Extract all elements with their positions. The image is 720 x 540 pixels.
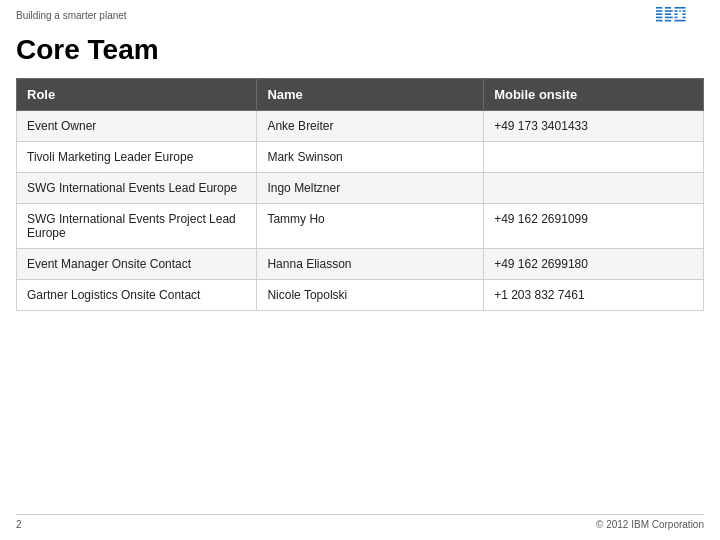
page-title: Core Team — [0, 26, 720, 78]
cell-role: Tivoli Marketing Leader Europe — [17, 142, 257, 173]
svg-rect-15 — [682, 13, 685, 15]
svg-rect-8 — [665, 17, 673, 19]
col-name: Name — [257, 79, 484, 111]
svg-rect-0 — [656, 7, 662, 9]
cell-mobile — [484, 142, 704, 173]
svg-rect-3 — [656, 17, 662, 19]
cell-mobile: +49 162 2699180 — [484, 249, 704, 280]
svg-rect-16 — [674, 17, 677, 19]
svg-rect-17 — [682, 17, 685, 19]
table-row: Event OwnerAnke Breiter+49 173 3401433 — [17, 111, 704, 142]
cell-mobile: +49 162 2691099 — [484, 204, 704, 249]
cell-mobile: +1 203 832 7461 — [484, 280, 704, 311]
core-team-table: Role Name Mobile onsite Event OwnerAnke … — [16, 78, 704, 311]
col-role: Role — [17, 79, 257, 111]
svg-rect-11 — [674, 10, 677, 12]
table-row: Event Manager Onsite ContactHanna Eliass… — [17, 249, 704, 280]
col-mobile: Mobile onsite — [484, 79, 704, 111]
cell-role: Event Manager Onsite Contact — [17, 249, 257, 280]
svg-rect-10 — [674, 7, 685, 9]
table-row: Gartner Logistics Onsite ContactNicole T… — [17, 280, 704, 311]
cell-name: Mark Swinson — [257, 142, 484, 173]
cell-name: Tammy Ho — [257, 204, 484, 249]
cell-name: Ingo Meltzner — [257, 173, 484, 204]
table-body: Event OwnerAnke Breiter+49 173 3401433Ti… — [17, 111, 704, 311]
table-container: Role Name Mobile onsite Event OwnerAnke … — [0, 78, 720, 311]
cell-name: Nicole Topolski — [257, 280, 484, 311]
svg-rect-14 — [674, 13, 677, 15]
cell-role: SWG International Events Project Lead Eu… — [17, 204, 257, 249]
svg-rect-12 — [679, 10, 681, 12]
svg-rect-7 — [665, 13, 671, 15]
header-bar: Building a smarter planet — [0, 0, 720, 26]
cell-role: Gartner Logistics Onsite Contact — [17, 280, 257, 311]
table-row: SWG International Events Lead EuropeIngo… — [17, 173, 704, 204]
cell-role: Event Owner — [17, 111, 257, 142]
cell-mobile — [484, 173, 704, 204]
cell-mobile: +49 173 3401433 — [484, 111, 704, 142]
table-row: Tivoli Marketing Leader EuropeMark Swins… — [17, 142, 704, 173]
table-row: SWG International Events Project Lead Eu… — [17, 204, 704, 249]
cell-role: SWG International Events Lead Europe — [17, 173, 257, 204]
svg-rect-4 — [656, 20, 662, 22]
copyright: © 2012 IBM Corporation — [596, 519, 704, 530]
svg-rect-2 — [656, 13, 662, 15]
table-header-row: Role Name Mobile onsite — [17, 79, 704, 111]
svg-rect-5 — [665, 7, 671, 9]
footer: 2 © 2012 IBM Corporation — [16, 514, 704, 530]
ibm-logo — [656, 6, 704, 24]
svg-rect-13 — [682, 10, 685, 12]
page-number: 2 — [16, 519, 22, 530]
svg-rect-6 — [665, 10, 673, 12]
svg-rect-18 — [674, 20, 685, 22]
cell-name: Hanna Eliasson — [257, 249, 484, 280]
cell-name: Anke Breiter — [257, 111, 484, 142]
svg-rect-1 — [656, 10, 662, 12]
building-tagline: Building a smarter planet — [16, 10, 127, 21]
svg-rect-9 — [665, 20, 671, 22]
